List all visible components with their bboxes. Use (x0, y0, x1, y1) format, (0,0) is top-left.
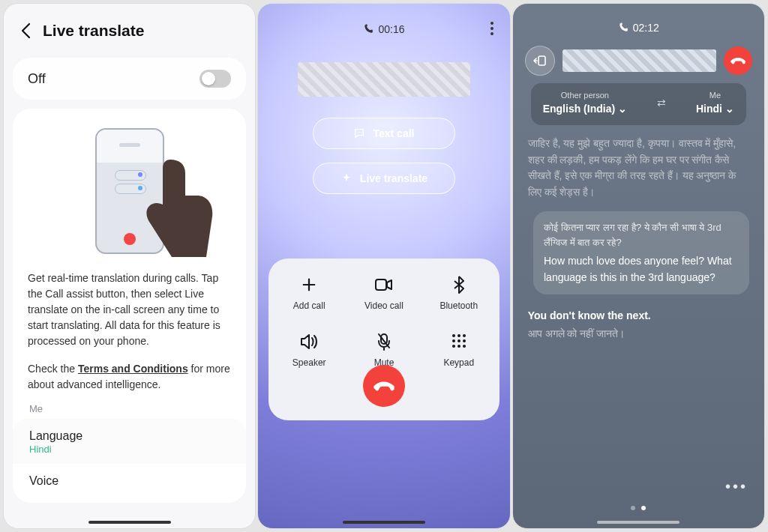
svg-rect-6 (376, 279, 386, 290)
page-title: Live translate (43, 22, 144, 40)
svg-point-5 (362, 132, 362, 133)
phone-icon (618, 22, 628, 33)
sparkle-icon (340, 172, 352, 184)
svg-point-11 (452, 339, 455, 342)
svg-point-4 (359, 132, 360, 133)
toggle-label: Off (28, 71, 46, 87)
speaker-icon (300, 332, 318, 351)
language-selector: Other person English (India)⌄ ⇄ Me Hindi… (531, 83, 746, 125)
more-options-button[interactable] (490, 22, 494, 35)
svg-point-13 (463, 339, 466, 342)
swap-languages-button[interactable]: ⇄ (657, 97, 666, 109)
call-duration: 00:16 (378, 23, 404, 35)
other-language-dropdown[interactable]: Other person English (India)⌄ (543, 91, 627, 115)
transcript-line: जाहिर है, यह मुझे बहुत ज्यादा है, कृपया।… (528, 136, 749, 201)
live-translate-button[interactable]: Live translate (313, 163, 455, 194)
video-call-button[interactable]: Video call (346, 275, 422, 311)
phone-hangup-icon (374, 375, 394, 396)
mute-button[interactable]: Mute (346, 332, 422, 368)
me-section-label: Me (28, 403, 231, 414)
bluetooth-button[interactable]: Bluetooth (422, 275, 496, 311)
hand-tap-icon (125, 152, 215, 265)
home-indicator (343, 521, 425, 524)
settings-screen: Live translate Off Get real-time transla… (3, 3, 256, 529)
svg-point-9 (458, 334, 460, 337)
voice-setting[interactable]: Voice (28, 464, 231, 497)
svg-point-10 (463, 334, 466, 337)
svg-point-15 (458, 345, 460, 348)
call-duration: 02:12 (633, 22, 659, 34)
my-language-dropdown[interactable]: Me Hindi⌄ (696, 91, 734, 115)
text-call-button[interactable]: Text call (313, 118, 455, 149)
info-card: Get real-time translation during calls. … (13, 109, 246, 503)
chevron-down-icon: ⌄ (725, 103, 734, 115)
svg-point-16 (463, 345, 466, 348)
end-call-button[interactable] (724, 46, 752, 75)
live-translate-toggle-row[interactable]: Off (13, 58, 246, 100)
keypad-button[interactable]: Keypad (422, 332, 496, 368)
home-indicator (88, 521, 171, 524)
description-text: Get real-time translation during calls. … (28, 270, 231, 349)
svg-point-14 (452, 345, 455, 348)
language-setting[interactable]: Language Hindi (13, 419, 246, 464)
svg-point-1 (490, 27, 494, 30)
back-button[interactable] (19, 24, 32, 37)
phone-icon (363, 24, 374, 34)
svg-point-12 (458, 339, 460, 342)
chat-icon (353, 127, 365, 139)
transcript-line-en: You don't know the next. (528, 308, 749, 324)
in-call-screen: 00:16 Text call Live translate Add call (257, 3, 510, 529)
end-call-button[interactable] (363, 365, 405, 407)
terms-text: Check the Terms and Conditions for more … (28, 361, 231, 393)
svg-point-2 (490, 32, 494, 35)
mute-icon (376, 332, 392, 351)
svg-point-0 (490, 22, 494, 25)
bluetooth-icon (454, 275, 464, 294)
terms-link[interactable]: Terms and Conditions (78, 363, 188, 375)
home-indicator (597, 521, 680, 524)
speaker-button[interactable]: Speaker (272, 332, 346, 368)
message-bubble: कोई कितना प्यार लग रहा है? ये कौन सी भाष… (533, 211, 749, 295)
add-call-button[interactable]: Add call (272, 275, 346, 311)
keypad-icon (452, 332, 466, 351)
call-controls-panel: Add call Video call Bluetooth Speaker Mu… (268, 259, 499, 420)
caller-name-redacted (298, 62, 470, 97)
svg-rect-17 (538, 56, 545, 65)
page-indicator (631, 506, 646, 510)
live-translate-chat-screen: 02:12 Other person English (India)⌄ ⇄ Me… (512, 3, 765, 529)
video-icon (375, 275, 393, 294)
svg-point-3 (358, 132, 358, 133)
translation-transcript[interactable]: जाहिर है, यह मुझे बहुत ज्यादा है, कृपया।… (513, 125, 764, 528)
plus-icon (301, 275, 317, 294)
toggle-switch[interactable] (200, 70, 231, 88)
transcript-line-hi: आप अगले को नहीं जानते। (528, 326, 749, 342)
caller-name-redacted (562, 49, 716, 72)
more-options-button[interactable]: ••• (725, 478, 748, 495)
svg-point-8 (452, 334, 455, 337)
phone-hangup-icon (730, 53, 746, 68)
collapse-button[interactable] (525, 46, 555, 76)
chevron-down-icon: ⌄ (618, 103, 627, 115)
